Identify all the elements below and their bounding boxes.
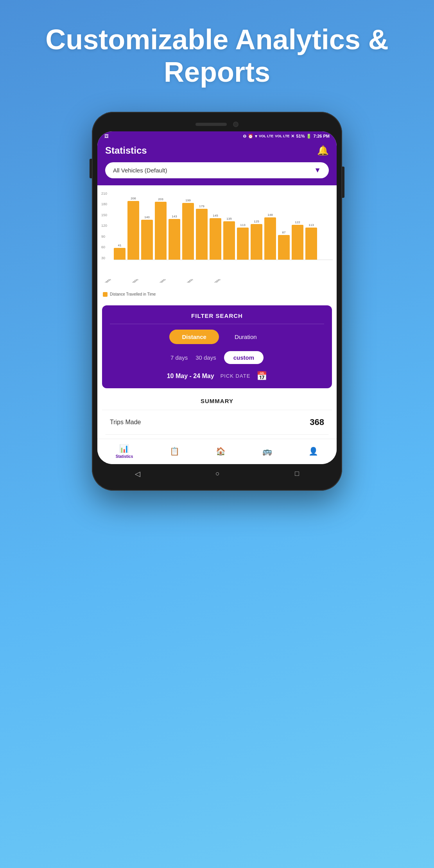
calendar-icon[interactable]: 📅 — [256, 371, 267, 381]
x-label — [294, 279, 305, 283]
chart-bars-area: 4120614020314319917914513511312514887122… — [114, 192, 333, 260]
summary-title: SUMMARY — [102, 392, 332, 410]
bar — [169, 219, 180, 260]
bar-value-label: 140 — [144, 215, 149, 219]
status-time: 7:26 PM — [313, 134, 330, 138]
days-30[interactable]: 30 days — [195, 354, 216, 361]
x-label — [199, 279, 210, 283]
bar-value-label: 87 — [282, 231, 286, 234]
android-back-icon[interactable]: ◁ — [135, 470, 140, 478]
vehicle-dropdown[interactable]: All Vehicles (Default) ▼ — [105, 162, 329, 178]
filter-title: FILTER SEARCH — [110, 312, 324, 324]
bar — [223, 221, 235, 260]
y-label: 210 — [101, 192, 107, 195]
bar-value-label: 199 — [185, 199, 190, 202]
bar-value-label: 113 — [308, 223, 314, 227]
bar-value-label: 135 — [226, 217, 231, 221]
filter-section: FILTER SEARCH Distance Duration 7 days 3… — [102, 305, 332, 388]
bar-group: 113 — [305, 223, 317, 260]
app-header: Statistics 🔔 — [97, 141, 337, 162]
bar — [114, 248, 126, 260]
status-alarm: ⏰ — [248, 134, 253, 139]
bar-value-label: 206 — [131, 197, 136, 200]
trips-value: 368 — [310, 417, 324, 427]
vehicle-dropdown-container: All Vehicles (Default) ▼ — [97, 162, 337, 185]
android-recents-icon[interactable]: □ — [295, 470, 299, 478]
bar-group: 203 — [155, 197, 167, 260]
y-label: 90 — [101, 235, 107, 239]
bar-value-label: 113 — [240, 223, 245, 227]
bar-group: 206 — [127, 197, 139, 260]
bottom-nav: 📊 Statistics 📋 🏠 🚌 👤 — [97, 439, 337, 464]
status-signal2: VOL LTE — [275, 134, 289, 138]
pick-date-label: PICK DATE — [221, 373, 251, 379]
status-icon-image: 🖼 — [104, 134, 109, 138]
app-title: Statistics — [105, 145, 147, 156]
filter-tab-distance[interactable]: Distance — [169, 330, 219, 344]
nav-item-home[interactable]: 🏠 — [216, 447, 226, 456]
x-label — [226, 279, 237, 283]
x-label — [267, 279, 278, 283]
dropdown-arrow-icon: ▼ — [314, 166, 321, 174]
bar-group: 135 — [223, 217, 235, 260]
status-wifi: ▾ — [255, 134, 257, 139]
phone-camera — [233, 122, 239, 127]
dropdown-label: All Vehicles (Default) — [113, 167, 167, 174]
y-label: 180 — [101, 202, 107, 206]
x-label: 22May'22 — [212, 279, 223, 283]
home-nav-icon: 🏠 — [216, 447, 226, 456]
x-label: 10May'22 — [103, 279, 114, 283]
nav-label-statistics: Statistics — [116, 454, 133, 459]
x-label — [240, 279, 251, 283]
bar — [278, 235, 290, 260]
android-home-icon[interactable]: ○ — [215, 470, 220, 478]
bar — [292, 225, 303, 260]
status-signal3: ✕ — [291, 134, 294, 139]
filter-tab-duration[interactable]: Duration — [227, 330, 265, 344]
chart-x-labels: 10May'2213May'2216May'2219May'2222May'22 — [101, 279, 333, 283]
bar-group: 122 — [292, 221, 303, 260]
bar-group: 140 — [141, 215, 153, 260]
bar — [251, 224, 262, 260]
filter-days: 7 days 30 days custom — [110, 351, 324, 364]
nav-item-reports[interactable]: 📋 — [170, 447, 179, 456]
bar-group: 113 — [237, 223, 249, 260]
notification-bell-icon[interactable]: 🔔 — [317, 145, 329, 156]
days-custom[interactable]: custom — [224, 351, 264, 364]
bar-group: 145 — [210, 214, 221, 260]
bar-value-label: 41 — [118, 244, 122, 247]
android-nav: ◁ ○ □ — [97, 466, 337, 482]
bar-value-label: 143 — [172, 215, 177, 218]
x-label — [117, 279, 127, 283]
bar — [305, 228, 317, 260]
legend-text: Distance Travelled in Time — [110, 292, 156, 296]
filter-tabs: Distance Duration — [110, 330, 324, 344]
filter-date-row: 10 May - 24 May PICK DATE 📅 — [110, 371, 324, 381]
days-7[interactable]: 7 days — [170, 354, 188, 361]
bar — [127, 201, 139, 260]
nav-item-profile[interactable]: 👤 — [308, 447, 318, 456]
phone-wrapper: 🖼 ⊖ ⏰ ▾ VOL LTE VOL LTE ✕ 51% 🔋 7:26 PM … — [0, 112, 434, 491]
nav-item-vehicles[interactable]: 🚌 — [262, 447, 272, 456]
status-battery-icon: 🔋 — [306, 134, 312, 139]
trips-label: Trips Made — [110, 419, 141, 426]
legend-dot — [103, 292, 108, 297]
bar — [155, 202, 167, 260]
profile-nav-icon: 👤 — [308, 447, 318, 456]
bar-group: 148 — [264, 213, 276, 260]
y-label: 150 — [101, 213, 107, 217]
bar-value-label: 125 — [254, 220, 259, 223]
y-label: 30 — [101, 256, 107, 260]
x-label — [144, 279, 155, 283]
bar — [264, 217, 276, 260]
bar-group: 125 — [251, 220, 262, 260]
bar-group: 41 — [114, 244, 126, 260]
chart-section: 210 180 150 120 90 60 30 412061402031431… — [97, 185, 337, 301]
x-label — [253, 279, 264, 283]
bar-value-label: 179 — [199, 204, 204, 208]
phone-top-bar — [97, 119, 337, 130]
bar — [182, 203, 194, 260]
bar-value-label: 203 — [158, 197, 163, 201]
bar-value-label: 145 — [213, 214, 218, 217]
nav-item-statistics[interactable]: 📊 Statistics — [116, 444, 133, 459]
